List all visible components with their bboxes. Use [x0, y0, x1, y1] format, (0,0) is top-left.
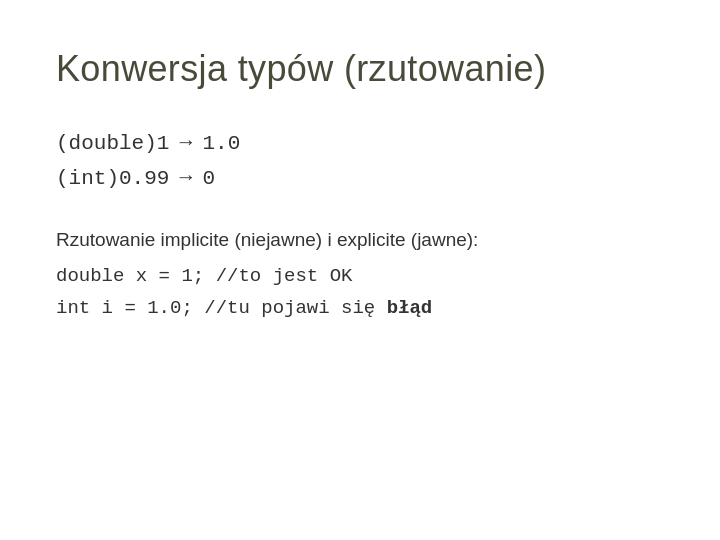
- cast-example-line1: (double)1→1.0: [56, 126, 664, 161]
- code-line-1-text: double x = 1; //to jest OK: [56, 265, 352, 287]
- slide-container: Konwersja typów (rzutowanie) (double)1→1…: [0, 0, 720, 540]
- code-line-1: double x = 1; //to jest OK: [56, 261, 664, 292]
- code-line-2-prefix: int i = 1.0; //tu pojawi się: [56, 297, 387, 319]
- description-text: Rzutowanie implicite (niejawne) i explic…: [56, 225, 664, 255]
- slide-title: Konwersja typów (rzutowanie): [56, 48, 664, 90]
- cast-int-suffix: 0: [202, 167, 215, 190]
- cast-double-suffix: 1.0: [202, 132, 240, 155]
- content-section: (double)1→1.0 (int)0.99→0 Rzutowanie imp…: [56, 126, 664, 324]
- cast-double-prefix: (double)1: [56, 132, 169, 155]
- arrow-2: →: [175, 165, 196, 188]
- code-line-2-bold: błąd: [387, 297, 433, 319]
- cast-examples: (double)1→1.0 (int)0.99→0: [56, 126, 664, 195]
- cast-int-prefix: (int)0.99: [56, 167, 169, 190]
- arrow-1: →: [175, 130, 196, 153]
- code-line-2: int i = 1.0; //tu pojawi się błąd: [56, 293, 664, 324]
- cast-example-line2: (int)0.99→0: [56, 161, 664, 196]
